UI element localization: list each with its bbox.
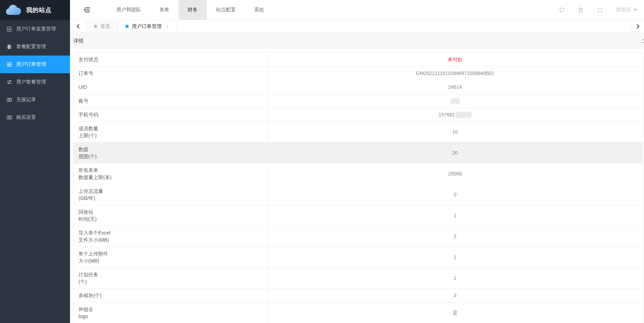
redacted-value [451, 98, 460, 104]
sidebar-item-label: 用户订单发票管理 [16, 26, 56, 32]
top-nav-item[interactable]: 系统 [245, 0, 273, 20]
tab-status-dot-icon [94, 25, 97, 28]
detail-row-value: GM20221118110946971009849501 [267, 67, 643, 80]
sidebar: 我的站点 用户订单发票管理套餐配置管理用户订单管理用户套餐管理充值记录购买设置 [0, 0, 70, 323]
top-nav-item[interactable]: 表单 [150, 0, 178, 20]
sidebar-item-label: 充值记录 [16, 97, 36, 103]
sidebar-item[interactable]: 用户订单管理 [0, 56, 70, 73]
detail-row-label: 导入单个Excel文件大小(MB) [74, 226, 267, 247]
tab-status-dot-icon [125, 25, 129, 28]
detail-row-value: 157681 [267, 108, 643, 121]
detail-row-label: 回收站时间(天) [74, 205, 267, 226]
tab[interactable]: 首页 [87, 20, 118, 33]
admin-user-menu[interactable]: 管理员 [616, 7, 637, 13]
detail-row: 外链去logo是 [74, 302, 643, 323]
detail-row-value: 1 [267, 205, 643, 226]
top-nav-menu: 用户和团队表单财务站点配置系统 [107, 0, 273, 20]
detail-row-value: 3 [267, 289, 643, 302]
detail-row-label: 账号 [74, 94, 267, 108]
detail-row-label: 多模块(个) [74, 289, 267, 302]
tabs-scroll-right-button[interactable] [631, 20, 644, 33]
fullscreen-icon[interactable] [597, 7, 603, 13]
admin-user-label: 管理员 [616, 7, 631, 13]
sidebar-item-label: 用户订单管理 [16, 61, 46, 68]
detail-row-label: 订单号 [74, 67, 267, 80]
app-window: 我的站点 用户订单发票管理套餐配置管理用户订单管理用户套餐管理充值记录购买设置 … [0, 0, 644, 323]
detail-row-label: 上传总流量(GB/年) [74, 184, 267, 205]
detail-row: 账号 [74, 94, 643, 108]
app-logo[interactable]: 我的站点 [0, 0, 70, 20]
detail-row: 订单号GM20221118110946971009849501 [74, 67, 643, 80]
tab-bar: 首页用户订单管理× [70, 20, 644, 33]
app-title: 我的站点 [26, 6, 52, 14]
collapse-menu-icon[interactable] [83, 7, 91, 13]
order-list-icon [6, 62, 12, 67]
detail-row: 支付状态未付款 [74, 53, 643, 67]
detail-row: 所有表单数据量上限(条)20000 [74, 163, 643, 184]
detail-row: 计划任务(个)1 [74, 268, 643, 289]
detail-row: 成员数量上限(个)10 [74, 122, 643, 143]
sliders-icon [6, 79, 12, 85]
detail-row-label: 成员数量上限(个) [74, 122, 267, 142]
detail-row-value: 10 [267, 122, 643, 142]
invoice-file-icon [6, 26, 12, 32]
detail-row: 导入单个Excel文件大小(MB)2 [74, 226, 643, 247]
tab[interactable]: 用户订单管理× [118, 20, 177, 33]
top-nav-item[interactable]: 财务 [178, 0, 207, 20]
detail-row-value: 1 [267, 268, 643, 288]
sidebar-item[interactable]: 购买设置 [0, 109, 70, 126]
detail-row: 单个上传附件大小(MB)1 [74, 247, 643, 268]
detail-row: 数据视图(个)20 [74, 143, 643, 163]
sidebar-item-label: 套餐配置管理 [16, 44, 46, 50]
top-nav-item[interactable]: 用户和团队 [107, 0, 150, 20]
top-navbar: 用户和团队表单财务站点配置系统 [70, 0, 644, 20]
tab-label: 用户订单管理 [132, 23, 162, 30]
detail-row-label: 所有表单数据量上限(条) [74, 163, 267, 184]
tabs-scroll-left-button[interactable] [70, 20, 87, 33]
detail-row-value: 未付款 [267, 53, 643, 66]
tab-label: 首页 [100, 23, 110, 30]
vertical-dots-icon[interactable] [643, 39, 644, 43]
tab-close-icon[interactable]: × [166, 24, 169, 29]
detail-title: 详情 [74, 38, 83, 44]
sidebar-item[interactable]: 用户订单发票管理 [0, 20, 70, 38]
detail-row: 上传总流量(GB/年)0 [74, 184, 643, 205]
top-nav-item[interactable]: 站点配置 [207, 0, 245, 20]
sidebar-item-label: 用户套餐管理 [16, 79, 46, 85]
detail-row: 回收站时间(天)1 [74, 205, 643, 226]
caret-down-icon [633, 9, 637, 11]
detail-row-value: 0 [267, 184, 643, 205]
sidebar-item[interactable]: 充值记录 [0, 91, 70, 109]
detail-row-label: 手机号码 [74, 108, 267, 121]
detail-row-label: UID [74, 80, 267, 94]
detail-content: 支付状态未付款订单号GM20221118110946971009849501UI… [70, 49, 644, 323]
detail-table: 支付状态未付款订单号GM20221118110946971009849501UI… [73, 52, 643, 323]
banknote-icon [6, 97, 12, 103]
navbar-tools: 管理员 [558, 7, 644, 13]
detail-row: UID24614 [74, 80, 643, 94]
detail-row-value: 20000 [267, 163, 643, 184]
detail-row-label: 数据视图(个) [74, 143, 267, 163]
detail-row-label: 计划任务(个) [74, 268, 267, 288]
sidebar-item[interactable]: 套餐配置管理 [0, 38, 70, 56]
package-chip-icon [6, 44, 12, 50]
detail-row-value: 是 [267, 302, 643, 323]
detail-row-value: 24614 [267, 80, 643, 94]
cloud-icon [4, 4, 21, 16]
banknote-icon [6, 115, 12, 120]
trash-icon[interactable] [578, 7, 584, 13]
detail-row: 手机号码157681 [74, 108, 643, 122]
detail-row-label: 单个上传附件大小(MB) [74, 247, 267, 267]
sidebar-item-label: 购买设置 [16, 114, 36, 121]
detail-row-label: 外链去logo [74, 302, 267, 323]
sidebar-menu: 用户订单发票管理套餐配置管理用户订单管理用户套餐管理充值记录购买设置 [0, 20, 70, 126]
sidebar-item[interactable]: 用户套餐管理 [0, 73, 70, 91]
detail-header: 详情 [70, 33, 644, 49]
detail-row-value: 20 [267, 143, 643, 163]
detail-row-value [267, 94, 643, 108]
detail-row-value: 1 [267, 247, 643, 267]
main-area: 用户和团队表单财务站点配置系统 [70, 0, 644, 323]
refresh-icon[interactable] [558, 7, 565, 13]
redacted-value [456, 112, 472, 118]
tabs-container: 首页用户订单管理× [87, 20, 177, 33]
